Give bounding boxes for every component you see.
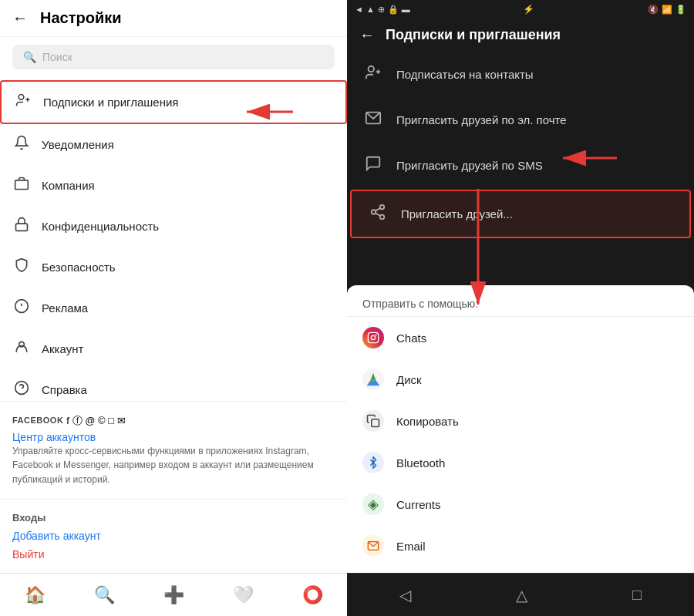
security-label: Безопасность (42, 261, 116, 274)
status-data-icon: ⊕ (378, 5, 385, 15)
settings-item-ads[interactable]: Реклама (0, 288, 347, 328)
ads-label: Реклама (42, 301, 88, 315)
status-bar-icon: ▬ (402, 5, 410, 14)
status-bar: ◄ ▲ ⊕ 🔒 ▬ ⚡ 🔇 📶 🔋 (347, 0, 694, 19)
share-sheet-title: Отправить с помощью: (347, 285, 694, 317)
account-center-link[interactable]: Центр аккаунтов (12, 431, 335, 443)
home-nav-icon[interactable]: 🏠 (25, 585, 45, 605)
battery-icon: 🔋 (675, 5, 686, 15)
entries-label: Входы (12, 512, 335, 523)
svg-point-23 (380, 215, 385, 220)
share-item-drive[interactable]: Диск (347, 358, 694, 400)
likes-nav-icon[interactable]: 🤍 (233, 585, 254, 605)
invite-sms-icon (362, 155, 384, 176)
account-icon (12, 339, 31, 358)
security-icon (12, 258, 31, 277)
settings-item-privacy[interactable]: Конфиденциальность (0, 206, 347, 247)
status-lock-icon: 🔒 (388, 5, 399, 15)
recents-nav-icon[interactable]: □ (632, 586, 642, 604)
privacy-label: Конфиденциальность (42, 220, 159, 233)
share-item-chats[interactable]: Chats (347, 317, 694, 358)
facebook-icons: f ⓕ @ © □ ✉ (66, 414, 125, 428)
share-item-copy[interactable]: Копировать (347, 400, 694, 442)
right-item-invite-sms[interactable]: Пригласить друзей по SMS (347, 143, 694, 188)
privacy-icon (12, 217, 31, 236)
add-account-link[interactable]: Добавить аккаунт (12, 530, 335, 542)
right-title: Подписки и приглашения (386, 27, 561, 43)
facebook-label: FACEBOOK (12, 416, 63, 425)
svg-line-25 (376, 208, 380, 211)
wifi-icon: 📶 (662, 5, 672, 15)
battery-bolt: ⚡ (523, 4, 534, 15)
notifications-icon (12, 135, 31, 154)
settings-item-help[interactable]: Справка (0, 369, 347, 401)
currents-icon: ◈ (362, 493, 384, 515)
svg-rect-29 (372, 419, 379, 427)
right-item-invite-friends[interactable]: Пригласить друзей... (350, 190, 691, 238)
right-item-subscribe-contacts[interactable]: Подписаться на контакты (347, 52, 694, 97)
email-icon (362, 535, 384, 557)
logout-link[interactable]: Выйти (12, 548, 335, 560)
right-header: ← Подписки и приглашения (347, 19, 694, 52)
settings-item-security[interactable]: Безопасность (0, 247, 347, 288)
invite-friends-label: Пригласить друзей... (401, 207, 513, 220)
subscribe-contacts-icon (362, 64, 384, 85)
settings-list: Подписки и приглашения Уведомления Компа… (0, 77, 347, 401)
copy-icon (362, 410, 384, 432)
svg-point-21 (380, 205, 385, 210)
entries-section: Входы Добавить аккаунт Выйти (0, 499, 347, 573)
settings-item-notifications[interactable]: Уведомления (0, 124, 347, 165)
search-nav-icon[interactable]: 🔍 (94, 585, 115, 605)
status-left: ◄ ▲ ⊕ 🔒 ▬ (355, 5, 410, 15)
settings-item-subscriptions[interactable]: Подписки и приглашения (0, 80, 347, 124)
right-panel: ◄ ▲ ⊕ 🔒 ▬ ⚡ 🔇 📶 🔋 ← Подписки и приглашен… (347, 0, 694, 616)
svg-rect-26 (368, 332, 378, 342)
home-nav-icon-right[interactable]: △ (516, 586, 527, 604)
svg-point-17 (369, 66, 374, 72)
share-item-currents[interactable]: ◈ Currents (347, 483, 694, 525)
right-back-button[interactable]: ← (359, 26, 375, 44)
invite-email-icon (362, 109, 384, 130)
account-label: Аккаунт (42, 342, 83, 355)
subscribe-contacts-label: Подписаться на контакты (396, 68, 534, 81)
svg-line-24 (376, 213, 380, 216)
search-icon: 🔍 (23, 51, 36, 63)
invite-email-label: Пригласить друзей по эл. почте (396, 113, 567, 126)
copy-label: Копировать (396, 415, 459, 428)
bluetooth-icon (362, 452, 384, 473)
share-item-email[interactable]: Email (347, 525, 694, 567)
search-input[interactable]: Поиск (42, 51, 72, 63)
company-icon (12, 176, 31, 195)
search-bar[interactable]: 🔍 Поиск (12, 45, 335, 69)
svg-point-28 (376, 334, 377, 335)
left-header: ← Настройки (0, 0, 347, 37)
chats-icon (362, 327, 384, 348)
svg-point-0 (19, 95, 24, 100)
left-bottom-nav: 🏠 🔍 ➕ 🤍 ⭕ (0, 573, 347, 616)
svg-rect-3 (15, 180, 29, 190)
drive-label: Диск (396, 373, 422, 386)
bluetooth-label: Bluetooth (396, 456, 445, 470)
email-label: Email (396, 540, 426, 553)
invite-friends-icon (367, 204, 389, 224)
left-panel: ← Настройки 🔍 Поиск Подписки и приглашен… (0, 0, 347, 616)
right-bottom-nav: ◁ △ □ (347, 573, 694, 616)
left-title: Настройки (40, 9, 122, 27)
settings-item-account[interactable]: Аккаунт (0, 328, 347, 369)
right-item-invite-email[interactable]: Пригласить друзей по эл. почте (347, 97, 694, 143)
help-label: Справка (42, 383, 87, 396)
left-back-button[interactable]: ← (12, 9, 28, 27)
share-sheet: Отправить с помощью: Chats (347, 285, 694, 573)
help-icon (12, 380, 31, 399)
ads-icon (12, 298, 31, 318)
invite-sms-label: Пригласить друзей по SMS (396, 159, 543, 172)
chats-label: Chats (396, 332, 426, 345)
add-nav-icon[interactable]: ➕ (163, 585, 184, 605)
settings-item-company[interactable]: Компания (0, 165, 347, 206)
currents-label: Currents (396, 498, 441, 511)
share-item-bluetooth[interactable]: Bluetooth (347, 442, 694, 483)
profile-nav-icon[interactable]: ⭕ (302, 585, 323, 605)
back-nav-icon[interactable]: ◁ (399, 586, 411, 604)
svg-point-27 (371, 335, 375, 339)
company-label: Компания (42, 179, 95, 192)
